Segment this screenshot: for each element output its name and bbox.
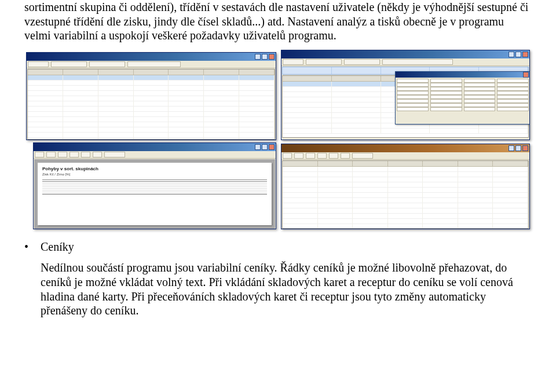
maximize-icon <box>515 52 521 57</box>
preview-toolbar <box>34 151 276 159</box>
maximize-icon <box>262 144 268 150</box>
minimize-icon <box>255 54 261 60</box>
app-window-print-preview: Pohyby v sort. skupinách Zisk Kč / Zimo … <box>33 142 276 229</box>
minimize-icon <box>509 145 514 151</box>
data-grid <box>27 69 275 140</box>
bullet-label: Ceníky <box>41 240 74 254</box>
app-window-grid-1 <box>26 52 276 140</box>
screenshot-cluster: Pohyby v sort. skupinách Zisk Kč / Zimo … <box>26 50 530 230</box>
window-toolbar <box>281 152 529 160</box>
bullet-icon: • <box>24 240 41 254</box>
close-icon <box>523 72 529 78</box>
window-toolbar <box>281 58 529 66</box>
window-titlebar <box>34 143 276 151</box>
minimize-icon <box>255 144 261 150</box>
app-window-summary <box>281 50 530 140</box>
window-toolbar <box>27 61 276 68</box>
panel-titlebar <box>396 72 530 78</box>
close-icon <box>522 52 528 57</box>
report-page: Pohyby v sort. skupinách Zisk Kč / Zimo … <box>38 163 272 225</box>
close-icon <box>269 54 275 60</box>
data-grid <box>282 160 529 229</box>
paragraph-intro: sortimentní skupina či oddělení), tříděn… <box>24 0 532 43</box>
window-titlebar <box>27 53 276 61</box>
document-page: sortimentní skupina či oddělení), tříděn… <box>0 0 556 392</box>
window-titlebar <box>281 50 529 58</box>
close-icon <box>522 145 528 151</box>
window-titlebar <box>281 144 529 152</box>
report-table <box>42 179 267 195</box>
report-title: Pohyby v sort. skupinách <box>42 166 267 171</box>
minimize-icon <box>509 52 514 57</box>
print-preview-area: Pohyby v sort. skupinách Zisk Kč / Zimo … <box>34 159 275 229</box>
paragraph-ceniky-body: Nedílnou součástí programu jsou variabil… <box>41 261 532 317</box>
close-icon <box>269 144 275 150</box>
floating-panel <box>395 71 530 124</box>
maximize-icon <box>262 54 268 60</box>
bullet-item-ceniky: • Ceníky <box>24 240 532 254</box>
maximize-icon <box>515 145 521 151</box>
report-subtitle: Zisk Kč / Zimo [%] <box>42 173 267 176</box>
app-window-grid-2 <box>281 144 530 229</box>
